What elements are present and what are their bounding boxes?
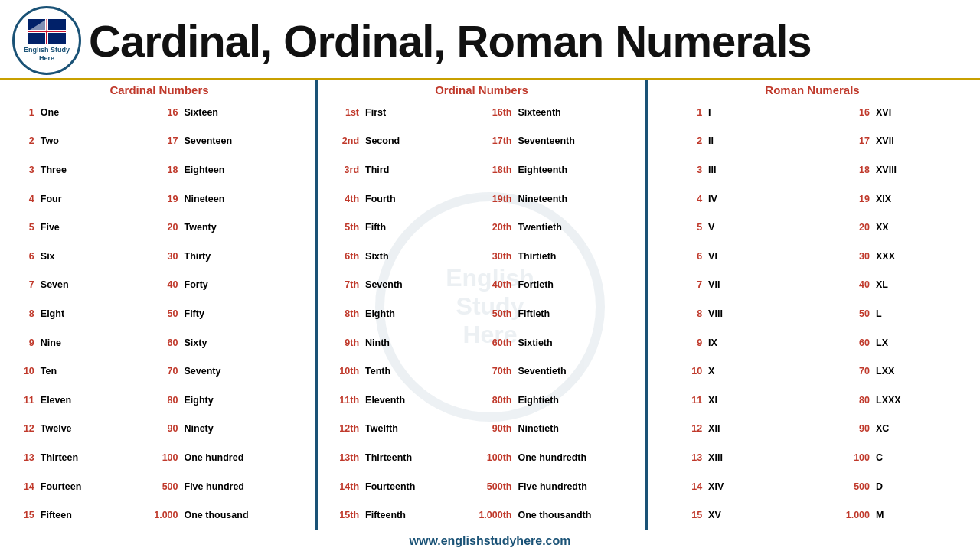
roman-num: 4 — [651, 184, 705, 214]
cardinal-word2: Sixteen — [181, 98, 312, 127]
cardinal-num: 7 — [6, 271, 38, 300]
ordinal-word2: Five hundredth — [514, 472, 642, 501]
ordinal-word2: Fortieth — [514, 271, 642, 300]
ordinal-word2: Sixtieth — [514, 328, 642, 357]
cardinal-word2: One thousand — [181, 500, 312, 530]
cardinal-num2: 20 — [125, 213, 181, 242]
table-row: 14 XIV 500 D — [651, 472, 974, 501]
cardinal-num2: 1.000 — [125, 500, 181, 530]
ordinal-num2: 500th — [452, 472, 515, 501]
table-row: 8 Eight 50 Fifty — [6, 299, 312, 328]
cardinal-word2: Seventeen — [181, 127, 312, 156]
table-row: 2nd Second 17th Seventeenth — [321, 127, 642, 156]
roman-num: 1 — [651, 98, 705, 127]
table-row: 8th Eighth 50th Fiftieth — [321, 299, 642, 328]
table-row: 4th Fourth 19th Nineteenth — [321, 184, 642, 214]
ordinal-num2: 90th — [452, 415, 515, 444]
roman-word: I — [705, 98, 775, 127]
cardinal-word: Four — [38, 184, 126, 214]
cardinal-word: Thirteen — [38, 443, 126, 472]
ordinal-word2: Ninetieth — [514, 415, 642, 444]
cardinal-word: Eleven — [38, 386, 126, 415]
roman-num: 5 — [651, 213, 705, 242]
roman-num2: 17 — [776, 127, 874, 156]
table-row: 14th Fourteenth 500th Five hundredth — [321, 472, 642, 501]
ordinal-word: Second — [362, 127, 452, 156]
cardinal-num: 12 — [6, 415, 38, 444]
cardinal-num: 14 — [6, 472, 38, 501]
cardinal-num: 2 — [6, 127, 38, 156]
ordinal-num2: 70th — [452, 357, 515, 386]
roman-num: 11 — [651, 386, 705, 415]
table-row: 11 Eleven 80 Eighty — [6, 386, 312, 415]
cardinal-num: 5 — [6, 213, 38, 242]
ordinal-word2: One hundredth — [514, 443, 642, 472]
logo: English Study Here — [12, 6, 81, 75]
roman-num2: 19 — [776, 184, 874, 214]
cardinal-num: 13 — [6, 443, 38, 472]
roman-word: VII — [705, 271, 775, 300]
ordinal-word: Twelfth — [362, 415, 452, 444]
ordinal-table-area: 1st First 16th Sixteenth 2nd Second 17th… — [321, 98, 642, 530]
ordinal-word: Third — [362, 155, 452, 184]
footer-url[interactable]: www.englishstudyhere.com — [409, 534, 570, 547]
roman-table: 1 I 16 XVI 2 II 17 XVII 3 III 18 XVIII 4… — [651, 98, 974, 530]
cardinal-word2: Thirty — [181, 242, 312, 271]
table-row: 1st First 16th Sixteenth — [321, 98, 642, 127]
footer: www.englishstudyhere.com — [0, 533, 980, 551]
ordinal-word: Tenth — [362, 357, 452, 386]
cardinal-num2: 19 — [125, 184, 181, 214]
ordinal-word2: Twentieth — [514, 213, 642, 242]
cardinal-word2: Fifty — [181, 299, 312, 328]
ordinal-num: 9th — [321, 328, 362, 357]
roman-word: IV — [705, 184, 775, 214]
cardinal-num2: 70 — [125, 357, 181, 386]
roman-word2: XC — [873, 415, 974, 444]
table-row: 10 Ten 70 Seventy — [6, 357, 312, 386]
ordinal-word: First — [362, 98, 452, 127]
cardinal-word: Fifteen — [38, 500, 126, 530]
roman-word2: XVIII — [873, 155, 974, 184]
divider-2 — [645, 80, 648, 530]
cardinal-word: Fourteen — [38, 472, 126, 501]
ordinal-num: 3rd — [321, 155, 362, 184]
ordinal-table: 1st First 16th Sixteenth 2nd Second 17th… — [321, 98, 642, 530]
table-row: 10th Tenth 70th Seventieth — [321, 357, 642, 386]
table-row: 15th Fifteenth 1.000th One thousandth — [321, 500, 642, 530]
ordinal-num: 4th — [321, 184, 362, 214]
table-row: 1 One 16 Sixteen — [6, 98, 312, 127]
roman-title: Roman Numerals — [651, 80, 974, 98]
cardinal-num: 11 — [6, 386, 38, 415]
table-row: 11 XI 80 LXXX — [651, 386, 974, 415]
roman-table-area: 1 I 16 XVI 2 II 17 XVII 3 III 18 XVIII 4… — [651, 98, 974, 530]
cardinal-num2: 40 — [125, 271, 181, 300]
cardinal-word: Nine — [38, 328, 126, 357]
cardinal-num: 8 — [6, 299, 38, 328]
roman-num: 3 — [651, 155, 705, 184]
roman-word: V — [705, 213, 775, 242]
ordinal-num: 7th — [321, 271, 362, 300]
cardinal-word: Ten — [38, 357, 126, 386]
table-row: 14 Fourteen 500 Five hundred — [6, 472, 312, 501]
roman-num2: 500 — [776, 472, 874, 501]
roman-num: 2 — [651, 127, 705, 156]
roman-num: 7 — [651, 271, 705, 300]
cardinal-num2: 500 — [125, 472, 181, 501]
cardinal-num2: 18 — [125, 155, 181, 184]
cardinal-word: Three — [38, 155, 126, 184]
table-row: 4 Four 19 Nineteen — [6, 184, 312, 214]
ordinal-num: 15th — [321, 500, 362, 530]
roman-word2: C — [873, 443, 974, 472]
roman-word: X — [705, 357, 775, 386]
roman-word: VI — [705, 242, 775, 271]
cardinal-num2: 100 — [125, 443, 181, 472]
page: English Study Here Cardinal, Ordinal, Ro… — [0, 0, 980, 551]
roman-word: II — [705, 127, 775, 156]
ordinal-word2: Thirtieth — [514, 242, 642, 271]
roman-num2: 40 — [776, 271, 874, 300]
table-row: 3 III 18 XVIII — [651, 155, 974, 184]
ordinal-word: Fourteenth — [362, 472, 452, 501]
roman-num: 12 — [651, 415, 705, 444]
ordinal-num2: 40th — [452, 271, 515, 300]
ordinal-section: Ordinal Numbers 1st First 16th Sixteenth… — [321, 80, 642, 530]
